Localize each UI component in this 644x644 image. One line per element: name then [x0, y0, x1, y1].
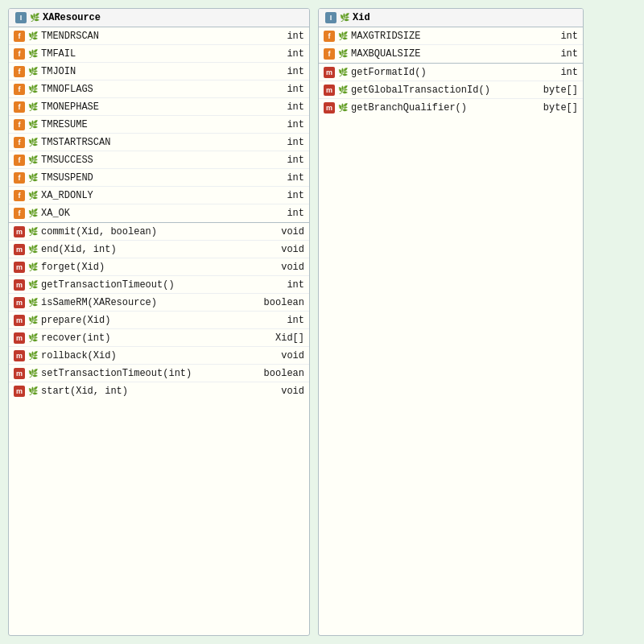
item-type: int — [268, 155, 304, 166]
m-icon: m — [324, 85, 335, 96]
leaf-icon: 🌿 — [338, 49, 348, 59]
item-type: void — [268, 386, 304, 397]
leaf-icon: 🌿 — [28, 333, 38, 343]
right-panel-body: f🌿MAXGTRIDSIZEintf🌿MAXBQUALSIZEint m🌿get… — [319, 27, 583, 117]
f-icon: f — [14, 101, 25, 113]
left-panel-title: XAResource — [43, 12, 101, 23]
item-name: TMFAIL — [41, 48, 265, 60]
m-icon: m — [14, 279, 25, 291]
m-icon: m — [324, 67, 335, 78]
f-icon: f — [14, 84, 25, 95]
leaf-icon: 🌿 — [28, 386, 38, 396]
leaf-icon: 🌿 — [28, 298, 38, 308]
list-item: f🌿TMJOINint — [9, 63, 309, 80]
item-type: int — [268, 172, 304, 184]
f-icon: f — [14, 172, 25, 184]
item-type: int — [268, 66, 304, 77]
list-item: m🌿getGlobalTransactionId()byte[] — [319, 81, 583, 99]
left-panel-header: I 🌿 XAResource — [9, 9, 309, 27]
leaf-icon: 🌿 — [338, 31, 348, 41]
item-type: boolean — [256, 297, 304, 308]
item-name: isSameRM(XAResource) — [41, 297, 253, 308]
item-name: TMSUCCESS — [41, 155, 265, 166]
list-item: f🌿XA_RDONLYint — [9, 187, 309, 204]
leaf-icon: 🌿 — [28, 138, 38, 147]
leaf-icon: 🌿 — [28, 316, 38, 325]
m-icon: m — [14, 332, 25, 344]
leaf-icon: 🌿 — [28, 31, 38, 41]
leaf-icon: 🌿 — [28, 245, 38, 254]
m-icon: m — [14, 368, 25, 379]
list-item: m🌿forget(Xid)void — [9, 258, 309, 276]
item-type: void — [268, 262, 304, 273]
f-icon: f — [14, 190, 25, 201]
left-panel: I 🌿 XAResource f🌿TMENDRSCANintf🌿TMFAILin… — [8, 8, 310, 636]
item-name: getFormatId() — [351, 67, 539, 78]
list-item: m🌿getBranchQualifier()byte[] — [319, 99, 583, 117]
left-panel-icon: I — [15, 12, 27, 23]
item-name: TMJOIN — [41, 66, 265, 77]
m-icon: m — [14, 226, 25, 237]
m-icon: m — [14, 244, 25, 255]
item-type: int — [268, 315, 304, 326]
f-icon: f — [14, 31, 25, 42]
m-icon: m — [14, 297, 25, 308]
leaf-icon: 🌿 — [28, 85, 38, 94]
item-name: TMNOFLAGS — [41, 84, 265, 95]
left-panel-leaf-icon: 🌿 — [30, 13, 39, 23]
leaf-icon: 🌿 — [28, 208, 38, 218]
item-name: prepare(Xid) — [41, 315, 265, 326]
list-item: m🌿rollback(Xid)void — [9, 347, 309, 365]
f-icon: f — [324, 31, 335, 42]
item-name: getGlobalTransactionId() — [351, 85, 532, 96]
item-name: end(Xid, int) — [41, 244, 265, 255]
right-fields-section: f🌿MAXGTRIDSIZEintf🌿MAXBQUALSIZEint — [319, 27, 583, 63]
leaf-icon: 🌿 — [28, 102, 38, 112]
left-methods-section: m🌿commit(Xid, boolean)voidm🌿end(Xid, int… — [9, 223, 309, 400]
item-type: int — [268, 137, 304, 148]
item-type: int — [268, 84, 304, 95]
item-name: recover(int) — [41, 332, 264, 344]
item-name: TMONEPHASE — [41, 101, 265, 113]
m-icon: m — [14, 386, 25, 397]
right-panel-header: I 🌿 Xid — [319, 9, 583, 27]
list-item: m🌿prepare(Xid)int — [9, 312, 309, 329]
item-name: XA_OK — [41, 208, 265, 219]
item-name: MAXBQUALSIZE — [351, 48, 539, 60]
item-name: XA_RDONLY — [41, 190, 265, 201]
list-item: f🌿MAXGTRIDSIZEint — [319, 27, 583, 45]
item-type: int — [268, 101, 304, 113]
list-item: f🌿XA_OKint — [9, 204, 309, 222]
item-type: int — [268, 48, 304, 60]
item-type: boolean — [256, 368, 304, 379]
f-icon: f — [14, 155, 25, 166]
list-item: m🌿setTransactionTimeout(int)boolean — [9, 365, 309, 382]
item-type: Xid[] — [267, 332, 304, 344]
leaf-icon: 🌿 — [28, 227, 38, 237]
item-type: int — [268, 279, 304, 291]
list-item: f🌿TMSTARTRSCANint — [9, 134, 309, 151]
leaf-icon: 🌿 — [28, 173, 38, 183]
item-type: int — [268, 208, 304, 219]
item-name: rollback(Xid) — [41, 350, 265, 361]
f-icon: f — [324, 48, 335, 60]
m-icon: m — [14, 315, 25, 326]
right-methods-section: m🌿getFormatId()intm🌿getGlobalTransaction… — [319, 64, 583, 117]
list-item: f🌿MAXBQUALSIZEint — [319, 45, 583, 63]
list-item: f🌿TMRESUMEint — [9, 116, 309, 134]
leaf-icon: 🌿 — [28, 280, 38, 290]
list-item: f🌿TMENDRSCANint — [9, 27, 309, 45]
item-name: getBranchQualifier() — [351, 102, 532, 114]
item-name: commit(Xid, boolean) — [41, 226, 265, 237]
item-type: int — [268, 190, 304, 201]
list-item: f🌿TMONEPHASEint — [9, 98, 309, 116]
m-icon: m — [324, 102, 335, 114]
leaf-icon: 🌿 — [338, 68, 348, 77]
item-name: setTransactionTimeout(int) — [41, 368, 253, 379]
list-item: f🌿TMSUSPENDint — [9, 169, 309, 187]
list-item: m🌿getTransactionTimeout()int — [9, 276, 309, 294]
list-item: m🌿recover(int)Xid[] — [9, 329, 309, 347]
f-icon: f — [14, 48, 25, 60]
leaf-icon: 🌿 — [28, 351, 38, 361]
list-item: m🌿isSameRM(XAResource)boolean — [9, 294, 309, 312]
